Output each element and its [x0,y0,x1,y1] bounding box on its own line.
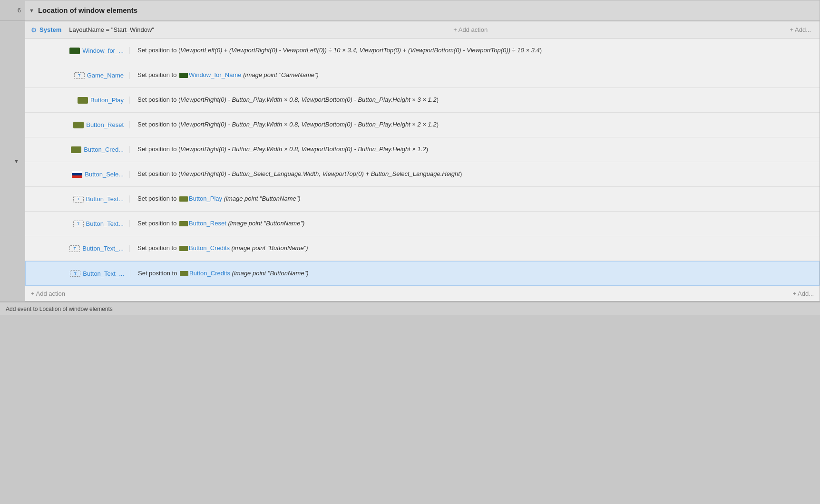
action-description: Set position to Button_Reset (image poin… [130,217,820,230]
obj-cell: TButton_Text_... [25,245,130,252]
object-icon [78,97,88,104]
object-name[interactable]: Button_Text_... [83,270,124,277]
add-button-bottom-right[interactable]: + Add... [793,290,814,297]
action-row[interactable]: TButton_Text...Set position to Button_Re… [25,212,820,236]
action-link-object[interactable]: Window_for_Name [189,71,242,78]
object-icon: T [73,221,84,227]
status-text: Add event to Location of window elements [6,306,113,312]
action-row[interactable]: Button_Cred...Set position to (ViewportR… [25,137,820,162]
row-7-top: ⚙ System LayoutName = "Start_Window" + A… [25,21,820,39]
action-row[interactable]: TGame_NameSet position to Window_for_Nam… [25,63,820,88]
action-description: Set position to Window_for_Name (image p… [130,69,820,82]
section-title: Location of window elements [38,6,137,14]
action-description: Set position to (ViewportRight(0) - Butt… [130,118,820,131]
condition-text: LayoutName = "Start_Window" [69,26,154,33]
object-name[interactable]: Button_Sele... [85,171,124,178]
inline-object-icon [179,73,188,78]
object-icon: T [73,196,84,203]
inline-object-icon [179,221,188,226]
row-6: 6 ▼ Location of window elements [0,0,820,21]
action-row[interactable]: Button_ResetSet position to (ViewportRig… [25,113,820,137]
obj-cell: Button_Play [25,97,130,104]
action-row[interactable]: TButton_Text_...Set position to Button_C… [25,236,820,261]
section-header: ▼ Location of window elements [25,0,820,21]
obj-cell: Button_Sele... [25,171,130,178]
inline-object-icon [180,271,188,276]
collapse-arrow-7[interactable]: ▼ [14,158,19,164]
object-icon [73,122,84,128]
action-row[interactable]: Window_for_...Set position to (ViewportL… [25,39,820,63]
system-label: System [39,26,61,33]
obj-cell: TGame_Name [25,72,130,79]
gear-icon: ⚙ [31,26,37,34]
object-name[interactable]: Window_for_... [82,47,124,54]
object-name[interactable]: Button_Cred... [84,146,124,153]
obj-cell: Window_for_... [25,47,130,54]
obj-cell: TButton_Text... [25,195,130,203]
row-7: ▼ ⚙ System LayoutName = "Start_Window" +… [0,21,820,302]
actions-container: Window_for_...Set position to (ViewportL… [25,39,820,286]
obj-cell: TButton_Text_... [26,270,130,277]
bottom-bar: + Add action + Add... [25,286,820,301]
object-icon [71,146,81,153]
inline-object-icon [179,246,188,251]
action-row[interactable]: TButton_Text...Set position to Button_Pl… [25,187,820,212]
action-link-object[interactable]: Button_Reset [189,220,226,227]
row-number-6: 6 [0,0,25,20]
object-icon: T [74,72,85,79]
object-icon: T [70,270,80,277]
object-icon [72,171,82,178]
action-description: Set position to Button_Play (image point… [130,193,820,205]
collapse-arrow-6[interactable]: ▼ [29,8,34,13]
obj-cell: TButton_Text... [25,220,130,227]
action-description: Set position to (ViewportRight(0) - Butt… [130,168,820,181]
obj-cell: Button_Reset [25,121,130,128]
object-name[interactable]: Button_Reset [86,121,124,128]
object-icon [69,48,80,54]
status-bar: Add event to Location of window elements [0,302,820,315]
object-name[interactable]: Game_Name [87,72,124,79]
object-icon: T [69,245,80,252]
object-name[interactable]: Button_Play [90,97,124,104]
action-description: Set position to (ViewportLeft(0) + (View… [130,44,820,57]
add-action-button-top[interactable]: + Add action [450,25,490,34]
action-description: Set position to (ViewportRight(0) - Butt… [130,143,820,156]
action-link-object[interactable]: Button_Play [189,195,222,202]
add-button-top-right[interactable]: + Add... [787,25,814,34]
object-name[interactable]: Button_Text... [86,195,124,203]
add-action-button-bottom[interactable]: + Add action [31,290,65,297]
action-row[interactable]: Button_Sele...Set position to (ViewportR… [25,162,820,187]
object-name[interactable]: Button_Text_... [82,245,124,252]
row-7-content: ⚙ System LayoutName = "Start_Window" + A… [25,21,820,301]
action-link-object[interactable]: Button_Credits [189,270,230,277]
action-description: Set position to (ViewportRight(0) - Butt… [130,94,820,107]
inline-object-icon [179,196,188,202]
action-row[interactable]: TButton_Text_...Set position to Button_C… [25,261,820,286]
row-7-left: ▼ [0,21,25,301]
system-badge: ⚙ System [31,26,61,34]
action-row[interactable]: Button_PlaySet position to (ViewportRigh… [25,88,820,113]
action-description: Set position to Button_Credits (image po… [130,242,820,255]
action-link-object[interactable]: Button_Credits [189,244,230,252]
obj-cell: Button_Cred... [25,146,130,153]
action-description: Set position to Button_Credits (image po… [130,267,819,280]
object-name[interactable]: Button_Text... [86,220,124,227]
